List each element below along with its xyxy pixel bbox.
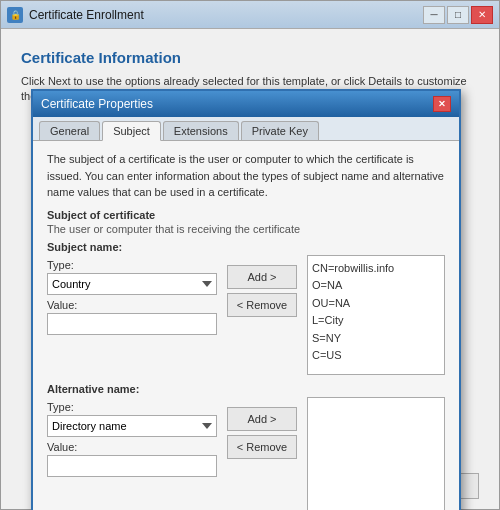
alt-name-section: Alternative name: Type: Directory name V… (47, 383, 445, 511)
subject-name-section: Type: Country Value: Add > < Remove CN=r… (47, 255, 445, 375)
alt-buttons: Add > < Remove (227, 397, 297, 511)
alt-value-input[interactable] (47, 455, 217, 477)
tab-general[interactable]: General (39, 121, 100, 140)
minimize-button[interactable]: ─ (423, 6, 445, 24)
subject-name-label: Subject name: (47, 241, 445, 253)
alt-form-left: Type: Directory name Value: (47, 397, 217, 511)
cert-info-title: Certificate Information (21, 49, 479, 66)
alt-remove-button[interactable]: < Remove (227, 435, 297, 459)
tab-private-key[interactable]: Private Key (241, 121, 319, 140)
subject-buttons: Add > < Remove (227, 255, 297, 375)
alt-form-layout: Type: Directory name Value: Add > < Remo… (47, 397, 445, 511)
cert-icon: 🔒 (7, 7, 23, 23)
modal-close-button[interactable]: ✕ (433, 96, 451, 112)
outer-window: 🔒 Certificate Enrollment ─ □ ✕ Certifica… (0, 0, 500, 510)
remove-button[interactable]: < Remove (227, 293, 297, 317)
modal-body: The subject of a certificate is the user… (33, 141, 459, 510)
outer-window-title: Certificate Enrollment (29, 8, 144, 22)
modal-titlebar: Certificate Properties ✕ (33, 91, 459, 117)
outer-title-left: 🔒 Certificate Enrollment (7, 7, 144, 23)
alt-value-label: Value: (47, 441, 217, 453)
tab-subject[interactable]: Subject (102, 121, 161, 141)
subject-of-cert-label: Subject of certificate (47, 209, 445, 221)
cert-value-0: CN=robwillis.info (312, 260, 440, 278)
tab-extensions[interactable]: Extensions (163, 121, 239, 140)
alt-name-label: Alternative name: (47, 383, 445, 395)
alt-add-button[interactable]: Add > (227, 407, 297, 431)
outer-titlebar: 🔒 Certificate Enrollment ─ □ ✕ (1, 1, 499, 29)
alt-type-select[interactable]: Directory name (47, 415, 217, 437)
modal-dialog: Certificate Properties ✕ General Subject… (31, 89, 461, 510)
cert-value-4: S=NY (312, 330, 440, 348)
tabs-bar: General Subject Extensions Private Key (33, 117, 459, 141)
alt-type-label: Type: (47, 401, 217, 413)
outer-titlebar-buttons: ─ □ ✕ (423, 6, 493, 24)
value-input[interactable] (47, 313, 217, 335)
add-button[interactable]: Add > (227, 265, 297, 289)
alt-values-display (307, 397, 445, 511)
subject-form-left: Type: Country Value: (47, 255, 217, 375)
value-label: Value: (47, 299, 217, 311)
outer-content: Certificate Information Click Next to us… (1, 29, 499, 473)
cert-values-display: CN=robwillis.info O=NA OU=NA L=City S=NY… (307, 255, 445, 375)
subject-sublabel: The user or computer that is receiving t… (47, 223, 445, 235)
modal-title: Certificate Properties (41, 97, 153, 111)
cert-value-1: O=NA (312, 277, 440, 295)
modal-description: The subject of a certificate is the user… (47, 151, 445, 201)
outer-close-button[interactable]: ✕ (471, 6, 493, 24)
type-select[interactable]: Country (47, 273, 217, 295)
type-label: Type: (47, 259, 217, 271)
maximize-button[interactable]: □ (447, 6, 469, 24)
cert-value-2: OU=NA (312, 295, 440, 313)
cert-value-5: C=US (312, 347, 440, 365)
cert-value-3: L=City (312, 312, 440, 330)
